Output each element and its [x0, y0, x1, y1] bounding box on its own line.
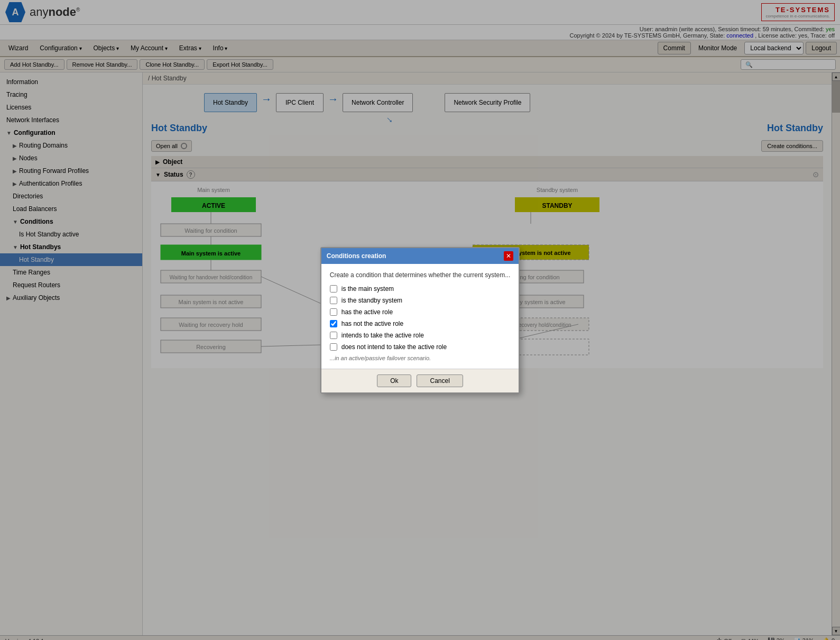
modal-option-6: does not intend to take the active role — [330, 343, 511, 351]
modal-option-1: is the main system — [330, 285, 511, 292]
modal-body: Create a condition that determines wheth… — [321, 264, 519, 369]
option5-checkbox[interactable] — [330, 332, 337, 339]
modal-option-5: intends to take the active role — [330, 332, 511, 339]
modal-option-2: is the standby system — [330, 297, 511, 304]
option6-checkbox[interactable] — [330, 343, 337, 351]
conditions-creation-dialog: Conditions creation ✕ Create a condition… — [320, 247, 520, 394]
modal-ok-button[interactable]: Ok — [377, 374, 411, 387]
modal-title: Conditions creation — [327, 252, 386, 260]
modal-note: ...in an active/passive failover scenari… — [330, 355, 511, 361]
modal-description: Create a condition that determines wheth… — [330, 271, 511, 279]
option2-checkbox[interactable] — [330, 297, 337, 304]
modal-cancel-button[interactable]: Cancel — [417, 374, 463, 387]
option1-label: is the main system — [341, 285, 394, 292]
modal-overlay: Conditions creation ✕ Create a condition… — [0, 0, 840, 640]
option3-label: has the active role — [341, 308, 393, 316]
option2-label: is the standby system — [341, 297, 402, 304]
modal-title-bar: Conditions creation ✕ — [321, 248, 519, 264]
option4-label: has not the active role — [341, 320, 403, 327]
option1-checkbox[interactable] — [330, 285, 337, 292]
option5-label: intends to take the active role — [341, 332, 424, 339]
option6-label: does not intend to take the active role — [341, 343, 447, 351]
option3-checkbox[interactable] — [330, 308, 337, 316]
modal-close-button[interactable]: ✕ — [504, 251, 513, 261]
modal-option-4: has not the active role — [330, 320, 511, 327]
modal-footer: Ok Cancel — [321, 369, 519, 392]
modal-option-3: has the active role — [330, 308, 511, 316]
option4-checkbox[interactable] — [330, 320, 337, 327]
